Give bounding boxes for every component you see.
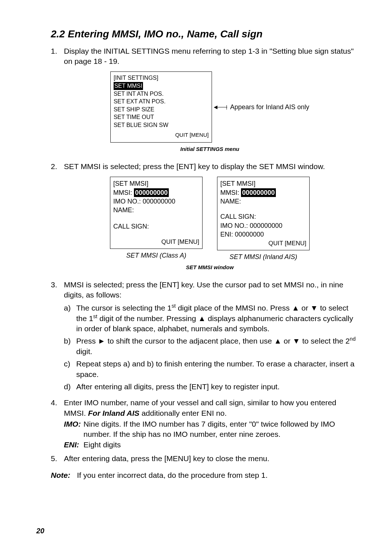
step-3-body: MMSI is selected; press the [ENT] key. U… (64, 280, 356, 394)
menu-item-set-ship-size: SET SHIP SIZE (114, 106, 209, 114)
substep-a-body: The cursor is selecting the 1st digit pl… (76, 303, 356, 334)
arrow-line (214, 107, 227, 107)
figure-caption-2: SET MMSI window (64, 264, 356, 271)
step-number-3: 3. (51, 280, 64, 394)
substep-letter-d: d) (64, 382, 76, 392)
step-5-body: After entering data, press the [MENU] ke… (64, 454, 356, 464)
step-1-text: Display the INITIAL SETTINGS menu referr… (64, 47, 354, 65)
note-text: If you enter incorrect data, do the proc… (77, 470, 268, 480)
imo-line: IMO NO.: 000000000 (113, 197, 199, 206)
substep-d-body: After entering all digits, press the [EN… (76, 382, 356, 392)
callout-arrow: Appears for Inland AIS only (214, 103, 309, 111)
substep-letter-a: a) (64, 303, 76, 334)
section-heading: 2.2 Entering MMSI, IMO no., Name, Call s… (51, 27, 356, 41)
eni-def-label: ENI: (64, 440, 83, 450)
mmsi-value: 000000000 (241, 188, 276, 197)
step-3-lead: MMSI is selected; press the [ENT] key. U… (64, 280, 343, 299)
step-4-text-c: additionally enter ENI no. (142, 409, 227, 417)
imo-def-text: Nine digits. If the IMO number has 7 dig… (83, 419, 356, 440)
mmsi-quit: QUIT [MENU] (220, 239, 306, 248)
set-mmsi-box-class-a: [SET MMSI] MMSI: 000000000 IMO NO.: 0000… (110, 177, 203, 249)
substep-c-body: Repeat steps a) and b) to finish enterin… (76, 359, 356, 379)
page-number: 20 (36, 526, 44, 536)
substep-letter-c: c) (64, 359, 76, 379)
menu-title: [INIT SETTINGS] (114, 74, 209, 82)
step-number-5: 5. (51, 454, 64, 464)
substep-letter-b: b) (64, 336, 76, 357)
mmsi-value: 000000000 (134, 188, 169, 197)
initial-settings-figure: [INIT SETTINGS] SET MMSI SET INT ATN POS… (64, 71, 356, 142)
imo-line: IMO NO.: 000000000 (220, 221, 306, 230)
mmsi-box-title: [SET MMSI] (113, 179, 199, 188)
mmsi-label: MMSI: (220, 189, 239, 196)
call-sign-line: CALL SIGN: (113, 222, 199, 231)
menu-item-set-int-atn: SET INT ATN POS. (114, 90, 209, 98)
mmsi-quit: QUIT [MENU] (113, 238, 199, 246)
set-mmsi-figure: [SET MMSI] MMSI: 000000000 IMO NO.: 0000… (64, 177, 356, 261)
mmsi-label: MMSI: (113, 189, 132, 196)
note-label: Note: (51, 470, 77, 480)
step-number-2: 2. (51, 161, 64, 276)
initial-settings-menu-box: [INIT SETTINGS] SET MMSI SET INT ATN POS… (110, 71, 212, 142)
name-line: NAME: (113, 206, 199, 214)
step-4-body: Enter IMO number, name of your vessel an… (64, 398, 356, 450)
menu-item-set-time-out: SET TIME OUT (114, 113, 209, 121)
note-row: Note: If you enter incorrect data, do th… (51, 470, 356, 480)
callout-text: Appears for Inland AIS only (230, 103, 309, 111)
step-2-body: SET MMSI is selected; press the [ENT] ke… (64, 161, 356, 276)
substep-b-body: Press ► to shift the cursor to the adjac… (76, 336, 356, 357)
main-steps-list: 1. Display the INITIAL SETTINGS menu ref… (51, 46, 356, 464)
name-line: NAME: (220, 197, 306, 206)
eni-def-text: Eight digits (83, 440, 121, 450)
call-sign-line: CALL SIGN: (220, 212, 306, 221)
menu-item-set-blue-sign: SET BLUE SIGN SW (114, 121, 209, 129)
mmsi-caption-a: SET MMSI (Class A) (126, 251, 186, 260)
menu-item-set-mmsi: SET MMSI (114, 82, 143, 90)
sub-steps-list: a) The cursor is selecting the 1st digit… (64, 303, 356, 392)
menu-quit: QUIT [MENU] (114, 131, 209, 139)
step-number-1: 1. (51, 46, 64, 158)
mmsi-caption-b: SET MMSI (Inland AIS) (229, 253, 297, 261)
figure-caption-1: Initial SETTINGS menu (64, 145, 356, 153)
step-2-text: SET MMSI is selected; press the [ENT] ke… (64, 162, 325, 171)
step-1-body: Display the INITIAL SETTINGS menu referr… (64, 46, 356, 158)
imo-def-label: IMO: (64, 419, 83, 440)
eni-line: ENI: 00000000 (220, 230, 306, 239)
menu-item-set-ext-atn: SET EXT ATN POS. (114, 98, 209, 106)
set-mmsi-box-inland: [SET MMSI] MMSI: 000000000 NAME: CALL SI… (217, 177, 310, 250)
mmsi-box-title: [SET MMSI] (220, 179, 306, 188)
step-number-4: 4. (51, 398, 64, 450)
step-4-inland-emph: For Inland AIS (88, 409, 142, 417)
